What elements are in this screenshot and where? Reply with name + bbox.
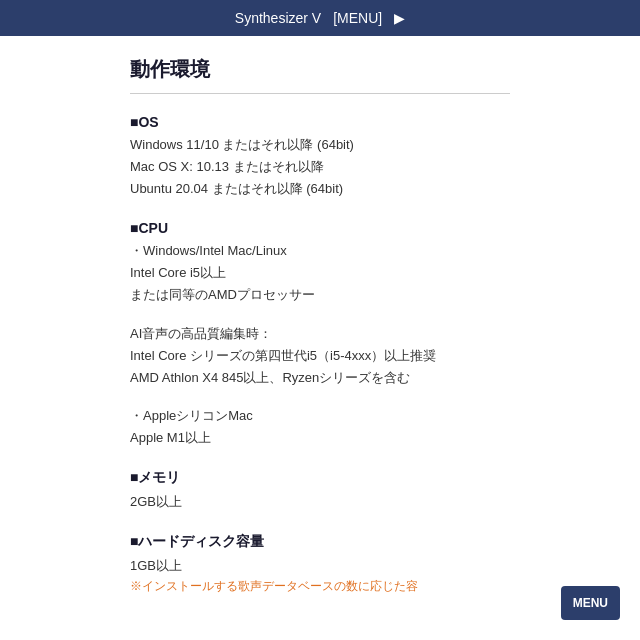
nav-title: Synthesizer V [235,10,321,26]
apple-section: ・AppleシリコンMac Apple M1以上 [130,405,510,449]
hdd-content: 1GB以上 [130,555,510,577]
os-line-1: Windows 11/10 またはそれ以降 (64bit) [130,134,510,156]
memory-line-1: 2GB以上 [130,491,510,513]
cpu-content: ・Windows/Intel Mac/Linux Intel Core i5以上… [130,240,510,306]
ai-audio-content: AI音声の高品質編集時： Intel Core シリーズの第四世代i5（i5-4… [130,323,510,389]
os-header: ■OS [130,114,510,130]
ai-audio-line-3: AMD Athlon X4 845以上、Ryzenシリーズを含む [130,367,510,389]
cpu-header: ■CPU [130,220,510,236]
page-title: 動作環境 [130,56,510,94]
os-content: Windows 11/10 またはそれ以降 (64bit) Mac OS X: … [130,134,510,200]
hdd-note: ※インストールする歌声データベースの数に応じた容 [130,577,510,596]
cpu-line-2: Intel Core i5以上 [130,262,510,284]
hdd-header: ■ハードディスク容量 [130,533,510,551]
os-line-2: Mac OS X: 10.13 またはそれ以降 [130,156,510,178]
apple-line-1: ・AppleシリコンMac [130,405,510,427]
ai-audio-line-1: AI音声の高品質編集時： [130,323,510,345]
ai-audio-line-2: Intel Core シリーズの第四世代i5（i5-4xxx）以上推奨 [130,345,510,367]
cpu-line-3: または同等のAMDプロセッサー [130,284,510,306]
memory-header: ■メモリ [130,469,510,487]
os-section: ■OS Windows 11/10 またはそれ以降 (64bit) Mac OS… [130,114,510,200]
cpu-line-1: ・Windows/Intel Mac/Linux [130,240,510,262]
hdd-line-1: 1GB以上 [130,555,510,577]
top-navigation: Synthesizer V [MENU] ▶ [0,0,640,36]
cpu-section: ■CPU ・Windows/Intel Mac/Linux Intel Core… [130,220,510,306]
floating-menu-button[interactable]: MENU [561,586,620,620]
nav-menu-button[interactable]: [MENU] [333,10,382,26]
nav-arrow-button[interactable]: ▶ [394,10,405,26]
apple-line-2: Apple M1以上 [130,427,510,449]
memory-content: 2GB以上 [130,491,510,513]
hdd-section: ■ハードディスク容量 1GB以上 ※インストールする歌声データベースの数に応じた… [130,533,510,596]
main-content: 動作環境 ■OS Windows 11/10 またはそれ以降 (64bit) M… [0,36,640,640]
memory-section: ■メモリ 2GB以上 [130,469,510,513]
apple-content: ・AppleシリコンMac Apple M1以上 [130,405,510,449]
os-line-3: Ubuntu 20.04 またはそれ以降 (64bit) [130,178,510,200]
ai-audio-section: AI音声の高品質編集時： Intel Core シリーズの第四世代i5（i5-4… [130,323,510,389]
